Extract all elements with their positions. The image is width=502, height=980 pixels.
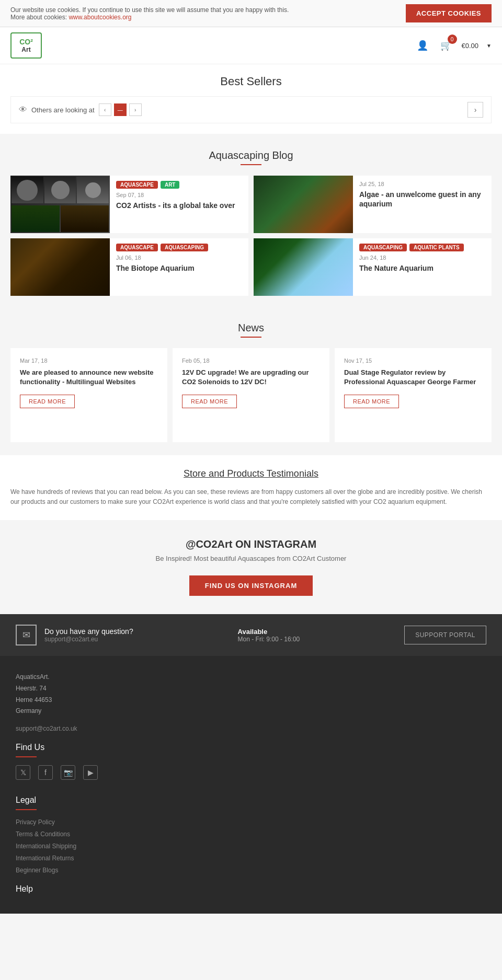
cart-count: 0 [448,34,457,44]
news-title-container: News [10,322,492,338]
blog-card-2[interactable]: Jul 25, 18 Algae - an unwelcome guest in… [254,176,492,233]
cart-container[interactable]: 🛒 0 [438,38,454,53]
blog-tags-3: AQUASCAPE AQUASCAPING [116,244,242,251]
footer-address: AquaticsArt. Heerstr. 74 Herne 44653 Ger… [16,672,486,717]
read-more-btn-1[interactable]: READ MORE [20,395,75,408]
news-date-3: Nov 17, 15 [344,358,482,364]
footer-company: AquaticsArt. [16,672,486,683]
logo[interactable]: CO² Art [10,32,42,59]
testimonials-description: We have hundreds of reviews that you can… [10,487,492,507]
international-shipping-link[interactable]: International Shipping [16,843,76,850]
international-returns-link[interactable]: International Returns [16,855,74,862]
blog-image-4 [254,238,353,296]
news-title-3: Dual Stage Regulator review by Professio… [344,368,482,387]
blog-title-1: CO2 Artists - its a global take over [116,201,242,210]
instagram-section: @CO2Art ON INSTAGRAM Be Inspired! Most b… [0,520,502,614]
cart-price[interactable]: €0.00 [462,42,479,50]
read-more-btn-3[interactable]: READ MORE [344,395,399,408]
legal-links-list: Privacy Policy Terms & Conditions Intern… [16,818,486,874]
blog-title: Aquascaping Blog [209,149,293,162]
others-looking-text: Others are looking at [31,106,95,114]
tag-aquascape-2: AQUASCAPE [116,244,158,251]
legal-title: Legal [16,795,486,805]
carousel-right-arrow[interactable]: › [467,102,483,118]
blog-card-4[interactable]: AQUASCAPING AQUATIC PLANTS Jun 24, 18 Th… [254,238,492,296]
carousel-next-btn[interactable]: › [129,103,142,116]
blog-date-3: Jul 06, 18 [116,255,242,261]
twitter-icon[interactable]: 𝕏 [16,765,30,780]
blog-image-2 [254,176,353,233]
footer-support-bar: ✉ Do you have any question? support@co2a… [0,614,502,656]
price-dropdown-icon[interactable]: ▼ [486,43,492,49]
available-hours: Mon - Fri: 9:00 - 16:00 [238,636,300,643]
others-looking-left: 👁 Others are looking at ‹ — › [19,103,142,116]
accept-cookies-button[interactable]: ACCEPT COOKIES [406,4,492,22]
news-date-2: Feb 05, 18 [182,358,320,364]
logo-bottom: Art [21,46,30,53]
blog-date-2: Jul 25, 18 [359,181,485,187]
list-item: International Returns [16,854,486,862]
beginner-blogs-link[interactable]: Beginner Blogs [16,867,58,874]
facebook-icon[interactable]: f [38,765,53,780]
blog-date-4: Jun 24, 18 [359,255,485,261]
help-title: Help [16,884,486,894]
news-grid: Mar 17, 18 We are pleased to announce ne… [10,348,492,442]
support-portal-button[interactable]: SUPPORT PORTAL [404,626,486,644]
footer-contact-email: support@co2art.co.uk [16,725,486,732]
available-label: Available [238,628,300,636]
carousel-prev-btn[interactable]: ‹ [99,103,111,116]
header-right: 👤 🛒 0 €0.00 ▼ [415,38,492,53]
blog-grid: AQUASCAPE ART Sep 07, 18 CO2 Artists - i… [10,176,492,296]
email-icon: ✉ [16,625,37,645]
youtube-icon[interactable]: ▶ [83,765,98,780]
blog-card-3[interactable]: AQUASCAPE AQUASCAPING Jul 06, 18 The Bio… [10,238,248,296]
footer-country: Germany [16,706,486,717]
footer-bottom: AquaticsArt. Heerstr. 74 Herne 44653 Ger… [0,656,502,913]
best-sellers-title: Best Sellers [10,75,492,88]
tag-aquascaping-2: AQUASCAPING [359,244,407,251]
news-date-1: Mar 17, 18 [20,358,158,364]
footer: ✉ Do you have any question? support@co2a… [0,614,502,913]
cookie-link[interactable]: www.aboutcookies.org [69,14,131,21]
news-card-1: Mar 17, 18 We are pleased to announce ne… [10,348,167,442]
instagram-title: @CO2Art ON INSTAGRAM [10,538,492,550]
blog-date-1: Sep 07, 18 [116,192,242,198]
find-instagram-button[interactable]: FIND US ON INSTAGRAM [189,575,313,596]
footer-help: Help [16,884,486,894]
carousel-dot-btn[interactable]: — [114,103,127,116]
footer-legal: Legal Privacy Policy Terms & Conditions … [16,795,486,874]
blog-title-2: Algae - an unwelcome guest in any aquari… [359,190,485,209]
blog-content-3: AQUASCAPE AQUASCAPING Jul 06, 18 The Bio… [110,238,248,296]
blog-content-1: AQUASCAPE ART Sep 07, 18 CO2 Artists - i… [110,176,248,233]
instagram-subtitle: Be Inspired! Most beautiful Aquascapes f… [10,555,492,562]
support-question: Do you have any question? [44,627,133,636]
cookie-bar: Our website use cookies. If you continue… [0,0,502,27]
support-email: support@co2art.eu [44,636,133,643]
tag-aquascaping: AQUASCAPING [161,244,208,251]
cookie-more-text: More about cookies: [10,14,67,21]
cookie-text: Our website use cookies. If you continue… [10,6,289,14]
find-us-underline [16,756,37,757]
news-section: News Mar 17, 18 We are pleased to announ… [0,309,502,455]
list-item: Privacy Policy [16,818,486,826]
terms-conditions-link[interactable]: Terms & Conditions [16,831,70,838]
header: CO² Art 👤 🛒 0 €0.00 ▼ [0,27,502,64]
blog-tags-1: AQUASCAPE ART [116,181,242,189]
blog-title-4: The Nature Aquarium [359,263,485,273]
blog-image-1 [10,176,110,233]
privacy-policy-link[interactable]: Privacy Policy [16,818,55,826]
footer-find-us: Find Us 𝕏 f 📷 ▶ [16,743,486,780]
carousel-nav: ‹ — › [99,103,142,116]
read-more-btn-2[interactable]: READ MORE [182,395,237,408]
logo-top: CO² [19,38,33,46]
blog-section: Aquascaping Blog [0,136,502,309]
list-item: Terms & Conditions [16,830,486,838]
blog-image-3 [10,238,110,296]
tag-aquascape: AQUASCAPE [116,181,158,189]
eye-icon: 👁 [19,105,27,114]
user-icon[interactable]: 👤 [415,38,430,53]
news-card-3: Nov 17, 15 Dual Stage Regulator review b… [335,348,492,442]
blog-content-4: AQUASCAPING AQUATIC PLANTS Jun 24, 18 Th… [353,238,492,296]
instagram-icon[interactable]: 📷 [61,765,75,780]
blog-card-1[interactable]: AQUASCAPE ART Sep 07, 18 CO2 Artists - i… [10,176,248,233]
